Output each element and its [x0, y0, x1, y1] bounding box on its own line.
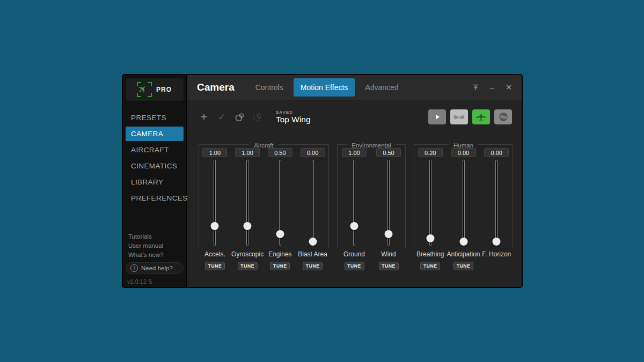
slider-column: 0.00 Blast Area TUNE [296, 148, 329, 270]
slider-thumb[interactable] [244, 222, 252, 230]
aircraft-view-button[interactable] [472, 109, 490, 124]
slider-group: Aircraft 1.00 Accels. TUNE 1.00 Gyroscop… [199, 141, 329, 285]
sidebar-link[interactable]: Tutorials [128, 233, 186, 240]
sidebar-item-cinematics[interactable]: CINEMATICS [126, 159, 184, 173]
version-label: v1.0.12 S [123, 278, 186, 285]
slider-thumb[interactable] [385, 230, 393, 238]
slider-thumb[interactable] [276, 230, 284, 238]
duplicate-icon[interactable] [233, 111, 245, 123]
slider-label: Engines [268, 250, 291, 258]
slider[interactable] [210, 160, 219, 246]
play-preview-button[interactable] [428, 109, 446, 124]
slider-column: 1.00 Gyroscopic TUNE [231, 148, 264, 270]
tune-button[interactable]: TUNE [270, 262, 290, 270]
slider-value: 1.00 [202, 148, 227, 157]
main-panel: Camera Controls Motion Effects Advanced … [187, 75, 522, 287]
tab-motion-effects[interactable]: Motion Effects [294, 78, 355, 97]
sidebar-nav: PRESETSCAMERAAIRCRAFTCINEMATICSLIBRARYPR… [123, 107, 186, 209]
slider[interactable] [243, 160, 252, 246]
slider-track [463, 160, 465, 246]
cockpit-view-button[interactable] [450, 109, 468, 124]
slider-value: 0.50 [376, 148, 401, 157]
slider-value: 1.00 [235, 148, 260, 157]
tune-button[interactable]: TUNE [453, 262, 473, 270]
sidebar-item-library[interactable]: LIBRARY [126, 175, 184, 189]
pro-badge: PRO [156, 86, 172, 93]
slider-column: 0.00 Anticipation TUNE [447, 148, 480, 270]
tab-controls[interactable]: Controls [248, 78, 290, 97]
slider-track [495, 160, 497, 246]
slider-label: Ground [343, 250, 365, 258]
slider[interactable] [350, 160, 358, 246]
close-icon[interactable]: ✕ [504, 83, 513, 92]
slider-thumb[interactable] [493, 238, 501, 246]
app-logo[interactable]: ✈ PRO [126, 78, 184, 101]
tune-button[interactable]: TUNE [420, 262, 440, 270]
minimize-icon[interactable]: – [488, 83, 496, 92]
slider-value: 0.50 [268, 148, 292, 157]
slider[interactable] [276, 160, 284, 246]
slider[interactable] [492, 160, 501, 246]
slider-value: 0.00 [484, 148, 509, 157]
tune-button[interactable]: TUNE [238, 262, 258, 270]
slider-column: 1.00 Ground TUNE [337, 148, 371, 270]
sidebar-item-presets[interactable]: PRESETS [126, 110, 184, 125]
play-icon [434, 114, 441, 120]
slider-value: 0.20 [418, 148, 443, 157]
slider-column: 0.50 Engines TUNE [264, 148, 297, 270]
aircraft-logo-icon: ✈ [137, 83, 151, 97]
app-window: ✈ PRO PRESETSCAMERAAIRCRAFTCINEMATICSLIB… [122, 74, 523, 288]
tab-advanced[interactable]: Advanced [358, 78, 405, 97]
sidebar-link[interactable]: User manual [128, 242, 186, 249]
slider-label: Wind [381, 250, 396, 258]
saved-status-label: SAVED [276, 110, 311, 115]
slider-group: Human 0.20 Breathing TUNE 0.00 Anticipat… [414, 141, 513, 285]
slider[interactable] [309, 160, 317, 246]
slider[interactable] [459, 160, 468, 246]
need-help-button[interactable]: ? Need help? [126, 262, 184, 274]
slider-value: 0.00 [451, 148, 476, 157]
slider-label: Blast Area [298, 250, 327, 258]
slider-thumb[interactable] [459, 238, 467, 246]
slider-column: 0.50 Wind TUNE [371, 148, 406, 270]
clone-disabled-icon[interactable] [251, 111, 263, 123]
slider-track [353, 160, 355, 246]
sidebar-link[interactable]: What's new? [128, 252, 186, 258]
slider-track [312, 160, 314, 246]
slider-thumb[interactable] [350, 222, 358, 230]
slider-thumb[interactable] [309, 238, 317, 246]
slider[interactable] [426, 160, 435, 246]
slider-label: F. Horizon [482, 250, 511, 258]
tune-button[interactable]: TUNE [303, 262, 323, 270]
slider-label: Breathing [416, 250, 444, 258]
slider-thumb[interactable] [211, 222, 219, 230]
aircraft-front-icon [475, 112, 487, 122]
sidebar: ✈ PRO PRESETSCAMERAAIRCRAFTCINEMATICSLIB… [123, 75, 187, 287]
add-icon[interactable]: + [198, 111, 210, 123]
slider-track [429, 160, 431, 246]
toolbar: + ✓ SAVED Top Wing [187, 100, 522, 134]
need-help-label: Need help? [141, 265, 173, 271]
slider-group: Environmental 1.00 Ground TUNE 0.50 Wind… [337, 141, 406, 285]
sidebar-item-camera[interactable]: CAMERA [126, 127, 184, 141]
tune-button[interactable]: TUNE [345, 262, 364, 270]
slider-value: 1.00 [342, 148, 367, 157]
slider-value: 0.00 [301, 148, 325, 157]
sidebar-item-preferences[interactable]: PREFERENCES [126, 191, 184, 205]
slider-label: Accels. [204, 250, 225, 258]
cockpit-icon [453, 113, 465, 121]
tune-button[interactable]: TUNE [379, 262, 399, 270]
slider[interactable] [384, 160, 393, 246]
slider-label: Anticipation [447, 250, 480, 258]
world-view-button[interactable] [494, 109, 512, 124]
sidebar-item-aircraft[interactable]: AIRCRAFT [126, 143, 184, 157]
slider-column: 0.20 Breathing TUNE [414, 148, 447, 270]
tune-button[interactable]: TUNE [205, 262, 225, 270]
slider-label: Gyroscopic [231, 250, 264, 258]
pin-to-top-icon[interactable] [471, 83, 480, 92]
preset-name: Top Wing [276, 115, 311, 124]
slider-column: 1.00 Accels. TUNE [199, 148, 231, 270]
slider-thumb[interactable] [426, 234, 434, 242]
apply-check-icon[interactable]: ✓ [216, 111, 228, 123]
question-icon: ? [130, 264, 138, 272]
